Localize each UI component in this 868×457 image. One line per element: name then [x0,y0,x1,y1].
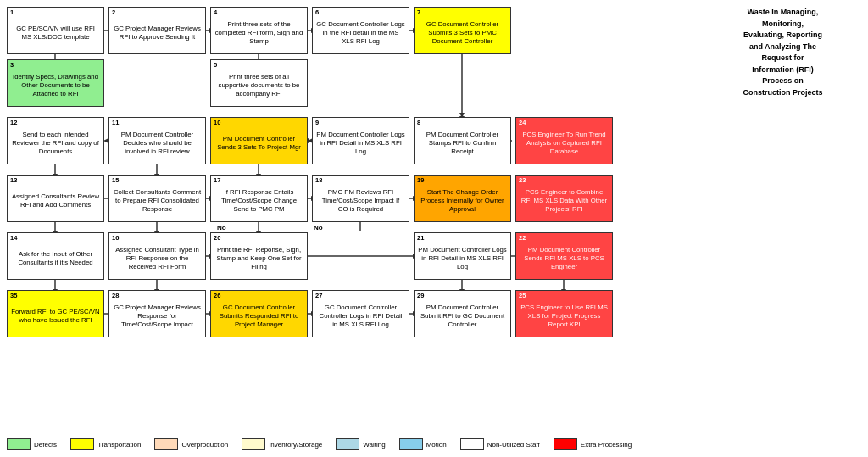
cell-text-2: GC Project Manager Reviews RFI to Approv… [113,25,202,42]
cell-text-8: PM Document Controller Stamps RFI to Con… [418,131,507,156]
cell-text-12: Send to each intended Reviewer the RFI a… [11,131,100,156]
cell-8: 8PM Document Controller Stamps RFI to Co… [414,117,511,164]
cell-num-20: 20 [214,234,220,242]
cell-text-35: Forward RFI to GC PE/SC/VN who have Issu… [11,308,100,325]
cell-num-35: 35 [10,292,17,300]
cell-27: 27GC Document Controller Controller Logs… [312,290,409,337]
legend-extra-processing: Extra Processing [554,438,632,450]
legend-defects-label: Defects [34,441,57,449]
legend-waiting-label: Waiting [363,441,385,449]
cell-num-1: 1 [10,8,14,17]
cell-num-2: 2 [112,8,115,17]
cell-num-11: 11 [112,119,119,127]
cell-23: 23PCS Engineer to Combine RFI MS XLS Dat… [515,175,613,222]
cell-text-7: GC Document Controller Submits 3 Sets to… [418,20,507,46]
cell-13: 13Assigned Consultants Review RFI and Ad… [7,175,104,222]
cell-29: 29PM Document Controller Submit RFI to G… [414,290,511,337]
cell-num-25: 25 [519,292,526,300]
cell-6: 6GC Document Controller Logs in the RFI … [312,7,409,54]
legend-non-utilized: Non-Utilized Staff [460,438,540,450]
cell-17: 17If RFI Response Entails Time/Cost/Scop… [210,175,308,222]
cell-15: 15Collect Consultants Comment to Prepare… [108,175,206,222]
cell-text-4: Print three sets of the completed RFI fo… [214,20,303,46]
cell-3: 3Identify Specs, Drawings and Other Docu… [7,59,104,107]
cell-25: 25PCS Engineer to Use RFI MS XLS for Pro… [515,290,613,337]
cell-num-13: 13 [10,176,17,185]
legend-motion-label: Motion [426,441,447,449]
cell-num-8: 8 [417,119,420,127]
legend-non-utilized-color [460,438,484,450]
cell-7: 7GC Document Controller Submits 3 Sets t… [414,7,511,54]
cell-num-14: 14 [10,234,17,242]
legend-extra-processing-label: Extra Processing [581,441,632,449]
cell-text-14: Ask for the Input of Other Consultants i… [11,250,100,267]
cell-text-24: PCS Engineer To Run Trend Analysis on Ca… [520,131,609,156]
legend-inventory: Inventory/Storage [242,438,322,450]
cell-35: 35Forward RFI to GC PE/SC/VN who have Is… [7,290,104,337]
cell-1: 1GC PE/SC/VN will use RFI MS XLS/DOC tem… [7,7,104,54]
cell-num-21: 21 [417,234,424,242]
cell-text-9: PM Document Controller Logs in RFI Detai… [316,131,405,156]
cell-text-23: PCS Engineer to Combine RFI MS XLS Data … [520,188,609,214]
legend-waiting-color [336,438,359,450]
cell-text-21: PM Document Controller Logs in RFI Detai… [418,246,507,271]
cell-num-15: 15 [112,176,119,185]
cell-num-10: 10 [214,119,220,127]
cell-11: 11PM Document Controller Decides who sho… [108,117,206,164]
cell-text-17: If RFI Response Entails Time/Cost/Scope … [214,188,303,214]
legend-non-utilized-label: Non-Utilized Staff [487,441,540,449]
cell-text-29: PM Document Controller Submit RFI to GC … [418,304,507,329]
cell-4: 4Print three sets of the completed RFI f… [210,7,308,54]
legend-overproduction-color [154,438,178,450]
cell-text-3: Identify Specs, Drawings and Other Docum… [11,73,100,98]
cell-num-6: 6 [315,8,319,17]
cell-text-1: GC PE/SC/VN will use RFI MS XLS/DOC temp… [11,25,100,42]
cell-text-15: Collect Consultants Comment to Prepare R… [113,188,202,214]
cell-text-6: GC Document Controller Logs in the RFI d… [316,20,405,46]
cell-text-22: PM Document Controller Sends RFI MS XLS … [520,246,609,271]
title-area: Waste In Managing,Monitoring,Evaluating,… [704,7,861,98]
cell-num-4: 4 [214,8,217,17]
cell-num-26: 26 [214,292,220,300]
cell-num-23: 23 [519,176,526,185]
cell-18: 18PMC PM Reviews RFI Time/Cost/Scope Imp… [312,175,409,222]
cell-16: 16Assigned Consultant Type in RFI Respon… [108,232,206,280]
cell-num-19: 19 [417,176,424,185]
cell-text-20: Print the RFI Reponse, Sign, Stamp and K… [214,246,303,271]
cell-text-10: PM Document Controller Sends 3 Sets To P… [214,135,303,152]
legend-overproduction: Overproduction [154,438,228,450]
no-label-18: No [314,224,323,231]
legend-transportation: Transportation [70,438,141,450]
cell-24: 24PCS Engineer To Run Trend Analysis on … [515,117,613,164]
cell-text-18: PMC PM Reviews RFI Time/Cost/Scope Impac… [316,188,405,214]
cell-text-13: Assigned Consultants Review RFI and Add … [11,192,100,209]
legend-extra-processing-color [554,438,577,450]
legend-transportation-label: Transportation [97,441,141,449]
cell-text-5: Print three sets of all supportive docum… [214,73,303,98]
legend-inventory-color [242,438,265,450]
cell-14: 14Ask for the Input of Other Consultants… [7,232,104,280]
legend-inventory-label: Inventory/Storage [269,441,322,449]
cell-19: 19Start The Change Order Process Interna… [414,175,511,222]
cell-num-16: 16 [112,234,119,242]
cell-text-26: GC Document Controller Submits Responded… [214,304,303,329]
cell-2: 2GC Project Manager Reviews RFI to Appro… [108,7,206,54]
cell-num-7: 7 [417,8,420,17]
flow-container: Yes No Yes No 1GC PE/SC/VN will use RFI … [7,7,702,422]
cell-num-18: 18 [315,176,322,185]
legend-motion: Motion [399,438,447,450]
legend-defects-color [7,438,31,450]
cell-num-17: 17 [214,176,220,185]
cell-12: 12Send to each intended Reviewer the RFI… [7,117,104,164]
cell-26: 26GC Document Controller Submits Respond… [210,290,308,337]
legend-motion-color [399,438,423,450]
cell-text-28: GC Project Manager Reviews Response for … [113,304,202,329]
cell-num-22: 22 [519,234,526,242]
title-text: Waste In Managing,Monitoring,Evaluating,… [743,8,822,97]
cell-num-27: 27 [315,292,322,300]
cell-num-9: 9 [315,119,319,127]
cell-9: 9PM Document Controller Logs in RFI Deta… [312,117,409,164]
cell-22: 22PM Document Controller Sends RFI MS XL… [515,232,613,280]
diagram-container: Waste In Managing,Monitoring,Evaluating,… [0,0,868,457]
cell-num-12: 12 [10,119,17,127]
